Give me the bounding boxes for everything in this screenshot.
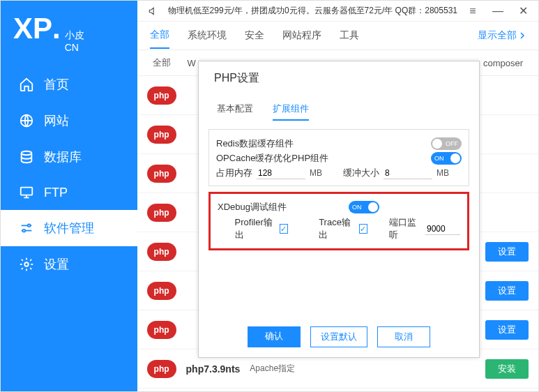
profiler-checkbox[interactable]: ✓	[280, 224, 288, 234]
filter-composer[interactable]: composer	[478, 55, 529, 71]
dialog-title: PHP设置	[199, 61, 479, 93]
dialog-tabs: 基本配置 扩展组件	[199, 98, 479, 121]
logo-sub-2: CN	[65, 41, 84, 54]
logo-sub-1: 小皮	[65, 29, 84, 41]
row-action-button[interactable]: 设置	[485, 281, 529, 301]
php-badge-icon: php	[147, 243, 176, 261]
svg-point-3	[28, 225, 31, 227]
php-badge-icon: php	[147, 126, 176, 144]
nav-item-globe[interactable]: 网站	[1, 103, 137, 139]
dialog-body: Redis数据缓存组件 OFF OPCache缓存优化PHP组件 ON 占用内存…	[199, 121, 479, 318]
svg-point-1	[22, 151, 32, 156]
row-action-button[interactable]: 设置	[485, 242, 529, 262]
sidebar: XP . 小皮 CN 首页网站数据库FTP软件管理设置	[1, 1, 137, 391]
php-badge-icon: php	[147, 360, 176, 378]
logo-sub: 小皮 CN	[65, 29, 84, 54]
nav-item-db[interactable]: 数据库	[1, 139, 137, 175]
nav-label: FTP	[44, 186, 68, 200]
sliders-icon	[19, 220, 34, 236]
ok-button[interactable]: 确认	[248, 326, 301, 347]
php-badge-icon: php	[147, 282, 176, 300]
dialog-footer: 确认 设置默认 取消	[199, 318, 479, 357]
titlebar: 物理机低至299元/年，拼团成功0元得。云服务器低至72元/年 QQ群：2805…	[137, 1, 538, 22]
nav-item-gear[interactable]: 设置	[1, 246, 137, 282]
mem-label: 占用内存	[216, 167, 252, 179]
top-nav: 全部系统环境安全网站程序工具 显示全部	[137, 22, 538, 50]
redis-toggle[interactable]: OFF	[431, 137, 462, 150]
redis-label: Redis数据缓存组件	[216, 137, 427, 150]
mem-input[interactable]	[257, 167, 305, 179]
logo-text-xp: XP	[13, 12, 52, 45]
xdebug-toggle[interactable]: ON	[349, 201, 379, 213]
default-button[interactable]: 设置默认	[310, 326, 367, 347]
show-all-button[interactable]: 显示全部	[478, 29, 526, 42]
ftp-icon	[19, 185, 34, 200]
show-all-label: 显示全部	[478, 29, 517, 42]
nav-label: 软件管理	[44, 220, 94, 236]
mem-unit: MB	[310, 168, 322, 178]
top-tab-1[interactable]: 系统环境	[188, 23, 227, 48]
top-tab-4[interactable]: 工具	[340, 23, 359, 48]
cache-group: Redis数据缓存组件 OFF OPCache缓存优化PHP组件 ON 占用内存…	[208, 129, 469, 186]
close-button[interactable]: ✕	[513, 4, 533, 18]
chevron-right-icon	[519, 32, 526, 39]
nav-item-home[interactable]: 首页	[1, 66, 137, 103]
globe-icon	[19, 113, 34, 128]
opcache-toggle[interactable]: ON	[431, 152, 462, 165]
php-badge-icon: php	[147, 321, 176, 339]
app-window: XP . 小皮 CN 首页网站数据库FTP软件管理设置 物理机低至299元/年，…	[0, 0, 539, 392]
php-badge-icon: php	[147, 165, 176, 183]
port-input[interactable]	[425, 223, 460, 235]
svg-point-4	[23, 229, 26, 232]
nav-item-sliders[interactable]: 软件管理	[1, 210, 137, 246]
profiler-label: Profiler输出	[235, 216, 273, 241]
speaker-icon	[143, 4, 162, 18]
nav-label: 数据库	[44, 149, 82, 165]
nav-label: 网站	[44, 112, 69, 129]
php-settings-dialog: PHP设置 基本配置 扩展组件 Redis数据缓存组件 OFF OPCache缓…	[198, 61, 480, 358]
php-badge-icon: php	[147, 86, 176, 105]
menu-button[interactable]: ≡	[463, 4, 483, 18]
svg-rect-2	[21, 188, 33, 195]
db-icon	[19, 149, 34, 165]
svg-point-5	[24, 262, 29, 266]
buf-label: 缓冲大小	[343, 167, 379, 179]
cancel-button[interactable]: 取消	[377, 326, 430, 347]
gear-icon	[19, 257, 34, 272]
filter-all[interactable]: 全部	[147, 54, 176, 72]
nav-label: 首页	[44, 76, 69, 93]
row-sub: Apache指定	[250, 363, 295, 375]
top-tab-0[interactable]: 全部	[150, 22, 169, 49]
dialog-tab-ext[interactable]: 扩展组件	[273, 98, 309, 121]
nav-item-ftp[interactable]: FTP	[1, 175, 137, 210]
buf-input[interactable]	[384, 167, 432, 179]
row-name: php7.3.9nts	[186, 363, 241, 375]
trace-checkbox[interactable]: ✓	[359, 224, 367, 234]
row-action-button[interactable]: 安装	[485, 359, 529, 379]
logo-dot: .	[52, 12, 61, 45]
dialog-tab-basic[interactable]: 基本配置	[217, 98, 253, 121]
top-tab-3[interactable]: 网站程序	[282, 23, 321, 48]
sidebar-nav: 首页网站数据库FTP软件管理设置	[1, 66, 137, 282]
row-action-button[interactable]: 设置	[485, 320, 529, 340]
top-tab-2[interactable]: 安全	[245, 23, 264, 48]
logo: XP . 小皮 CN	[1, 6, 137, 66]
xdebug-label: XDebug调试组件	[218, 201, 344, 213]
minimize-button[interactable]: —	[488, 4, 508, 18]
nav-label: 设置	[44, 256, 69, 273]
home-icon	[19, 77, 34, 92]
buf-unit: MB	[436, 168, 449, 178]
announce-text: 物理机低至299元/年，拼团成功0元得。云服务器低至72元/年 QQ群：2805…	[168, 5, 457, 17]
xdebug-group: XDebug调试组件 ON Profiler输出 ✓ Trace输出 ✓ 端口监…	[208, 192, 469, 250]
opcache-label: OPCache缓存优化PHP组件	[216, 152, 427, 165]
php-badge-icon: php	[147, 204, 176, 222]
trace-label: Trace输出	[319, 216, 352, 241]
port-label: 端口监听	[389, 216, 418, 241]
